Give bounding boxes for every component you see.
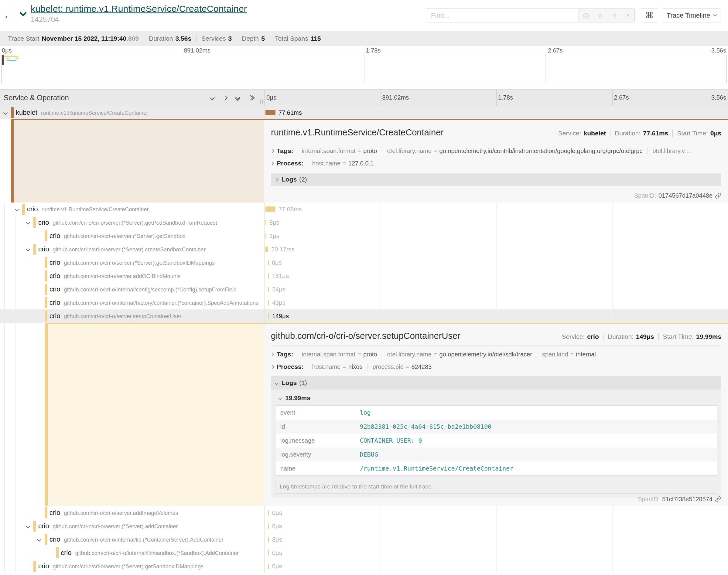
table-row: id92b82381-025c-4a64-815c-ba2e1bb08100 [275,419,717,434]
find-input[interactable] [426,8,578,22]
span-service: crio [49,232,60,240]
trace-title-link[interactable]: kubelet: runtime.v1.RuntimeService/Creat… [31,4,247,14]
duration-label: Duration: [608,333,633,340]
minimap-tick: 0μs [2,47,12,54]
span-service: crio [61,549,71,557]
process-row[interactable]: Process: host.name=127.0.0.1 [271,160,721,167]
span-duration-label: 0μs [272,259,282,266]
column-resize-grip[interactable] [260,99,263,104]
log-entry-time: 19.99ms [285,394,310,402]
trace-summary-bar: Trace StartNovember 15 2022, 11:19:40.80… [0,31,728,46]
logs-toggle[interactable]: Logs (2) [271,173,721,186]
span-color-bar [45,230,47,241]
span-duration-bar[interactable] [265,246,268,252]
minimap-canvas[interactable] [2,55,726,83]
span-operation: runtime.v1.RuntimeService/CreateContaine… [41,206,148,213]
span-service: crio [38,245,49,253]
spanid-value: 0174567d17a0448e [658,192,713,199]
span-duration-bar[interactable] [268,537,269,542]
collapse-all-icon[interactable] [236,95,240,100]
log-fields-table: eventlog id92b82381-025c-4a64-815c-ba2e1… [275,405,717,476]
trace-view-selector[interactable]: Trace Timeline [663,8,720,23]
log-entry-toggle[interactable]: 19.99ms [275,394,717,402]
expand-chevron-icon[interactable] [25,246,31,252]
tags-row[interactable]: Tags: internal.span.format=proto otel.li… [271,351,721,358]
expand-chevron-icon[interactable] [25,523,31,529]
span-row[interactable]: crio github.com/cri-o/cri-o/server.(*Ser… [0,229,728,243]
span-row[interactable]: crio github.com/cri-o/cri-o/internal/con… [0,283,728,296]
span-row[interactable]: crio github.com/cri-o/cri-o/server.setup… [0,309,728,323]
expand-all-icon[interactable] [249,96,254,100]
span-row[interactable]: crio github.com/cri-o/cri-o/server.(*Ser… [0,256,728,269]
span-duration-label: 0μs [272,509,282,516]
span-row[interactable]: crio github.com/cri-o/cri-o/internal/fac… [0,296,728,309]
span-operation: github.com/cri-o/cri-o/internal/factory/… [64,300,258,306]
span-row[interactable]: crio github.com/cri-o/cri-o/server.(*Ser… [0,519,728,533]
trace-services: Services3 [196,35,237,42]
span-duration-label: 24μs [272,286,286,293]
link-icon[interactable] [715,193,721,199]
span-row[interactable]: crio github.com/cri-o/cri-o/server.(*Ser… [0,216,728,229]
tags-row[interactable]: Tags: internal.span.format=proto otel.li… [271,147,721,155]
start-time-label: Start Time: [663,333,694,340]
span-color-bar [11,119,14,202]
expand-chevron-icon[interactable] [25,219,31,226]
span-duration-bar[interactable] [268,313,269,319]
chevron-right-icon [271,352,274,357]
span-color-bar [45,311,47,322]
span-row[interactable]: crio github.com/cri-o/cri-o/internal/lib… [0,533,728,546]
span-operation: github.com/cri-o/cri-o/server.addOCIBind… [64,273,180,280]
span-color-bar [45,323,48,506]
minimap-axis: 0μs 891.02ms 1.78s 2.67s 3.56s [0,46,728,55]
span-duration-bar[interactable] [268,273,269,279]
span-row[interactable]: crio github.com/cri-o/cri-o/internal/lib… [0,546,728,560]
span-color-bar [45,507,47,518]
span-duration-bar[interactable] [268,286,269,292]
expand-chevron-icon[interactable] [36,536,42,543]
span-operation: runtime.v1.RuntimeService/CreateContaine… [41,110,148,116]
span-duration-bar[interactable] [268,564,269,569]
spanid-label: SpanID: [638,496,660,503]
minimap-tick: 2.67s [546,47,563,54]
span-color-bar [33,217,36,228]
back-arrow-icon[interactable]: ← [3,9,14,21]
span-duration-bar[interactable] [268,300,269,305]
expand-chevron-icon[interactable] [2,110,8,116]
locate-icon[interactable]: ◎ [583,11,589,20]
next-match-icon[interactable]: ∨ [612,11,617,20]
expand-chevron-icon[interactable] [14,206,20,212]
chevron-down-icon [713,13,717,17]
span-row[interactable]: crio github.com/cri-o/cri-o/server.(*Ser… [0,243,728,256]
clear-search-icon[interactable]: × [626,11,630,20]
table-row: name/runtime.v1.RuntimeService/CreateCon… [275,462,717,476]
span-duration-bar[interactable] [268,260,269,265]
span-duration-bar[interactable] [265,206,275,212]
span-duration-bar[interactable] [265,233,266,239]
chevron-down-icon [278,396,282,400]
span-operation: github.com/cri-o/cri-o/server.setupConta… [64,313,181,320]
span-duration-bar[interactable] [265,110,275,115]
span-row[interactable]: crio github.com/cri-o/cri-o/server.addOC… [0,269,728,283]
span-color-bar [33,521,36,532]
span-duration-bar[interactable] [265,220,266,225]
span-duration-bar[interactable] [268,550,269,555]
expand-one-icon[interactable] [223,95,228,100]
link-icon[interactable] [715,496,721,502]
keyboard-shortcuts-button[interactable]: ⌘ [641,8,658,23]
prev-match-icon[interactable]: ∧ [598,11,603,20]
back-button[interactable]: ← [0,0,17,31]
span-duration-bar[interactable] [268,523,269,529]
trace-depth: Depth5 [237,35,270,42]
span-color-bar [45,270,47,281]
span-row[interactable]: crio github.com/cri-o/cri-o/server.(*Ser… [0,560,728,573]
span-row[interactable]: kubelet runtime.v1.RuntimeService/Create… [0,106,728,119]
collapse-header-chevron-icon[interactable] [20,9,27,16]
span-row[interactable]: crio github.com/cri-o/cri-o/server.addIm… [0,506,728,519]
logs-toggle[interactable]: Logs (1) [271,376,721,390]
span-duration-bar[interactable] [268,510,269,515]
spanid-label: SpanID: [634,192,656,199]
collapse-one-icon[interactable] [210,95,215,100]
span-color-bar [22,204,25,215]
process-row[interactable]: Process: host.name=nixos process.pid=624… [271,363,721,370]
span-row[interactable]: crio runtime.v1.RuntimeService/CreateCon… [0,202,728,216]
